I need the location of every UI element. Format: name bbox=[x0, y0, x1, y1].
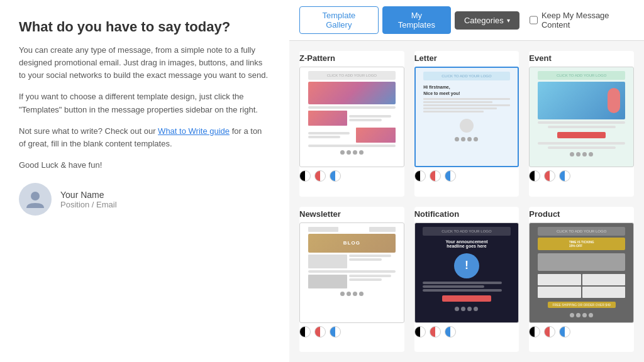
social-dot-1 bbox=[340, 150, 345, 155]
keep-message-checkbox[interactable] bbox=[530, 16, 538, 25]
social-dot-p2 bbox=[576, 313, 580, 317]
preview-line-no3 bbox=[423, 289, 501, 292]
templates-grid: Z-Pattern CLICK TO ADD YOUR LOGO bbox=[289, 41, 644, 362]
color-dots-event bbox=[529, 167, 634, 183]
preview-line-no1 bbox=[423, 282, 501, 284]
paragraph-2: If you want to choose a different templa… bbox=[19, 90, 270, 116]
social-dot-no4 bbox=[474, 307, 478, 311]
template-preview-letter[interactable]: CLICK TO ADD YOUR LOGO Hi firstname, Nic… bbox=[414, 67, 519, 167]
preview-product-cell-4 bbox=[582, 287, 626, 298]
color-dot-red[interactable] bbox=[314, 170, 326, 182]
what-to-write-link[interactable]: What to Write guide bbox=[158, 126, 230, 136]
preview-product-footer: FREE SHIPPING OR ORDER OVER $49 bbox=[548, 302, 616, 308]
preview-line-nl2 bbox=[349, 258, 381, 261]
preview-nl-text2 bbox=[349, 275, 396, 288]
color-dot-blue-l[interactable] bbox=[445, 170, 456, 182]
preview-product-head: TIME IS TICKING15% OFF bbox=[538, 238, 625, 250]
color-dot-black-l[interactable] bbox=[414, 170, 426, 182]
user-details: Your Name Position / Email bbox=[60, 190, 117, 209]
avatar bbox=[19, 183, 52, 216]
paragraph-4: Good Luck & have fun! bbox=[19, 159, 270, 172]
color-dots-newsletter bbox=[299, 323, 404, 339]
right-panel: Template Gallery My Templates Categories… bbox=[289, 0, 644, 362]
template-label-product: Product bbox=[529, 207, 634, 222]
color-dot-blue-p[interactable] bbox=[559, 326, 570, 337]
color-dot-red-p[interactable] bbox=[544, 326, 555, 337]
color-dot-blue-e[interactable] bbox=[559, 170, 570, 182]
social-row-newsletter bbox=[340, 292, 364, 296]
social-row-product bbox=[570, 313, 593, 317]
preview-nl-img2 bbox=[308, 275, 348, 288]
categories-button[interactable]: Categories ▾ bbox=[455, 11, 519, 30]
preview-product-head-text: TIME IS TICKING15% OFF bbox=[569, 240, 594, 248]
paragraph-3-pre: Not sure what to write? Check out our bbox=[19, 126, 158, 136]
template-preview-newsletter[interactable]: BLOG bbox=[299, 222, 404, 323]
template-label-z-pattern: Z-Pattern bbox=[299, 51, 404, 67]
color-dot-black-no[interactable] bbox=[414, 326, 426, 337]
preview-line-c bbox=[308, 132, 350, 134]
template-item-z-pattern[interactable]: Z-Pattern CLICK TO ADD YOUR LOGO bbox=[299, 51, 404, 197]
color-dot-red-no[interactable] bbox=[430, 326, 441, 337]
template-label-event: Event bbox=[529, 51, 634, 67]
preview-letter-avatar bbox=[460, 119, 474, 133]
preview-newsletter-row1 bbox=[308, 255, 396, 268]
template-item-newsletter[interactable]: Newsletter BLOG bbox=[299, 207, 404, 353]
preview-line-nl3 bbox=[308, 270, 396, 273]
template-item-notification[interactable]: Notification CLICK TO ADD YOUR LOGO Your… bbox=[414, 207, 519, 353]
color-dot-black-n[interactable] bbox=[299, 326, 311, 337]
social-row-event bbox=[570, 152, 593, 156]
categories-label: Categories bbox=[464, 16, 504, 25]
color-dots-letter bbox=[414, 167, 519, 183]
tab-gallery[interactable]: Template Gallery bbox=[299, 6, 379, 34]
preview-two-col-1 bbox=[308, 111, 396, 126]
template-preview-notification[interactable]: CLICK TO ADD YOUR LOGO Your announcement… bbox=[414, 222, 519, 323]
social-dot-n1 bbox=[340, 292, 345, 296]
top-bar: Template Gallery My Templates Categories… bbox=[289, 0, 644, 41]
preview-logo-bar-notif: CLICK TO ADD YOUR LOGO bbox=[423, 227, 510, 236]
social-dot-no3 bbox=[467, 307, 472, 311]
color-dot-black[interactable] bbox=[299, 170, 311, 182]
color-dot-blue[interactable] bbox=[330, 170, 341, 182]
social-dot-l4 bbox=[474, 137, 478, 141]
user-position: Position / Email bbox=[60, 200, 117, 209]
preview-product-cell-1 bbox=[538, 274, 581, 285]
preview-line-b bbox=[349, 119, 381, 121]
chevron-down-icon: ▾ bbox=[507, 17, 510, 24]
social-dot-3 bbox=[353, 150, 357, 155]
color-dot-red-e[interactable] bbox=[544, 170, 555, 182]
preview-hero-img bbox=[308, 82, 396, 104]
preview-line-nl5 bbox=[349, 278, 381, 281]
preview-logo-bar-event: CLICK TO ADD YOUR LOGO bbox=[538, 71, 625, 80]
color-dot-black-e[interactable] bbox=[529, 170, 540, 182]
preview-event-btn bbox=[557, 132, 606, 138]
keep-message-label[interactable]: Keep My Message Content bbox=[530, 11, 634, 30]
template-preview-product[interactable]: CLICK TO ADD YOUR LOGO TIME IS TICKING15… bbox=[529, 222, 634, 323]
preview-nl-text1 bbox=[349, 255, 396, 268]
color-dot-red-l[interactable] bbox=[430, 170, 441, 182]
template-item-product[interactable]: Product CLICK TO ADD YOUR LOGO TIME IS T… bbox=[529, 207, 634, 353]
preview-line-e1 bbox=[538, 121, 625, 124]
template-preview-z-pattern[interactable]: CLICK TO ADD YOUR LOGO bbox=[299, 67, 404, 167]
color-dots-product bbox=[529, 323, 634, 339]
paragraph-3: Not sure what to write? Check out our Wh… bbox=[19, 125, 270, 150]
social-dot-n3 bbox=[353, 292, 357, 296]
color-dot-black-p[interactable] bbox=[529, 326, 540, 337]
template-item-event[interactable]: Event CLICK TO ADD YOUR LOGO bbox=[529, 51, 634, 197]
preview-blog-img: BLOG bbox=[308, 234, 396, 253]
social-dot-p1 bbox=[570, 313, 574, 317]
tab-my-templates[interactable]: My Templates bbox=[382, 6, 451, 34]
template-item-letter[interactable]: Letter CLICK TO ADD YOUR LOGO Hi firstna… bbox=[414, 51, 519, 197]
preview-line-no2 bbox=[423, 285, 484, 288]
preview-nl-img1 bbox=[308, 255, 348, 268]
color-dot-red-n[interactable] bbox=[314, 326, 326, 337]
social-dot-no2 bbox=[461, 307, 465, 311]
paragraph-1: You can create any type of message, from… bbox=[19, 44, 270, 82]
preview-line-e4 bbox=[548, 146, 616, 149]
preview-newsletter-topbar bbox=[308, 227, 396, 232]
color-dot-blue-n[interactable] bbox=[330, 326, 341, 337]
template-preview-event[interactable]: CLICK TO ADD YOUR LOGO bbox=[529, 67, 634, 167]
color-dot-blue-no[interactable] bbox=[445, 326, 456, 337]
social-dot-e1 bbox=[570, 152, 574, 156]
keep-message-text: Keep My Message Content bbox=[541, 11, 634, 30]
preview-letter-body: Hi firstname, Nice to meet you! bbox=[423, 82, 509, 116]
